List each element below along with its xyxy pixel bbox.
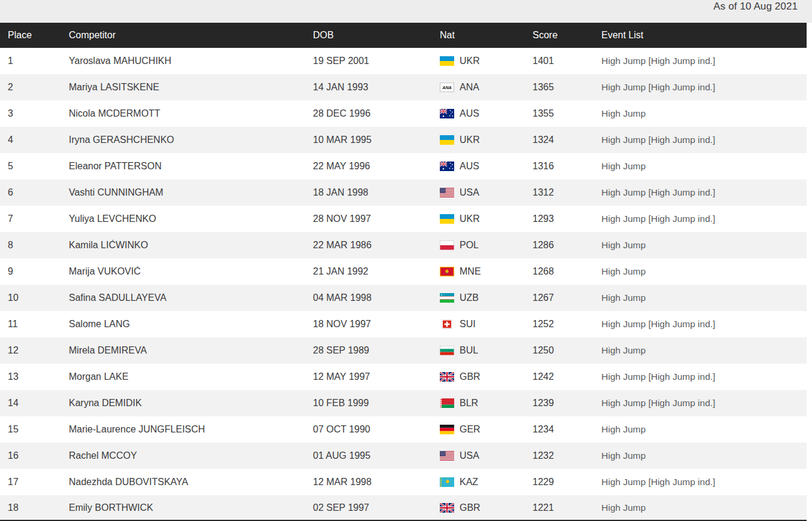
dob-cell: 21 JAN 1992 <box>313 266 440 277</box>
competitor-name-link[interactable]: Mirela DEMIREVA <box>69 345 313 356</box>
place-cell: 18 <box>0 502 69 513</box>
competitor-name-link[interactable]: Yuliya LEVCHENKO <box>69 214 313 224</box>
competitor-name-link[interactable]: Nicola MCDERMOTT <box>69 108 313 119</box>
nat-code-label: BLR <box>460 398 478 409</box>
place-cell: 2 <box>0 82 69 93</box>
header-score: Score <box>533 30 601 41</box>
place-cell: 5 <box>0 161 69 172</box>
dob-cell: 28 NOV 1997 <box>313 214 440 224</box>
competitor-name-link[interactable]: Mariya LASITSKENE <box>69 82 313 93</box>
dob-cell: 10 MAR 1995 <box>313 135 440 145</box>
flag-gbr-icon <box>440 503 454 513</box>
place-cell: 4 <box>0 135 69 145</box>
event-list-cell: High Jump <box>601 240 807 251</box>
competitor-name-link[interactable]: Morgan LAKE <box>69 371 313 382</box>
table-row[interactable]: 5 Eleanor PATTERSON 22 MAY 1996 AUS 1316… <box>0 153 807 179</box>
place-cell: 10 <box>0 293 69 303</box>
nat-code-label: UKR <box>460 135 480 145</box>
place-cell: 3 <box>0 108 69 119</box>
competitor-name-link[interactable]: Eleanor PATTERSON <box>69 161 313 172</box>
competitor-name-link[interactable]: Vashti CUNNINGHAM <box>69 187 313 198</box>
flag-uzb-icon <box>440 293 454 303</box>
nat-cell: USA <box>440 450 533 461</box>
header-competitor: Competitor <box>69 30 313 41</box>
place-cell: 11 <box>0 319 69 330</box>
nat-cell: USA <box>440 187 533 198</box>
svg-text:ANA: ANA <box>442 85 452 90</box>
table-row[interactable]: 10 Safina SADULLAYEVA 04 MAR 1998 UZB 12… <box>0 285 807 311</box>
score-cell: 1250 <box>533 345 601 356</box>
dob-cell: 01 AUG 1995 <box>313 450 440 461</box>
event-list-cell: High Jump <box>601 450 807 461</box>
competitor-name-link[interactable]: Karyna DEMIDIK <box>69 398 313 409</box>
table-row[interactable]: 2 Mariya LASITSKENE 14 JAN 1993 ANA ANA … <box>0 74 807 100</box>
table-row[interactable]: 14 Karyna DEMIDIK 10 FEB 1999 BLR 1239 H… <box>0 390 807 416</box>
flag-aus-icon <box>440 109 454 118</box>
flag-ukr-icon <box>440 135 454 145</box>
nat-cell: GBR <box>440 502 533 513</box>
dob-cell: 12 MAR 1998 <box>313 477 440 488</box>
table-row[interactable]: 17 Nadezhda DUBOVITSKAYA 12 MAR 1998 KAZ… <box>0 469 807 495</box>
table-row[interactable]: 6 Vashti CUNNINGHAM 18 JAN 1998 USA 1312… <box>0 179 807 206</box>
dob-cell: 02 SEP 1997 <box>313 502 440 513</box>
flag-blr-icon <box>440 398 454 408</box>
score-cell: 1229 <box>533 477 601 488</box>
score-cell: 1267 <box>533 293 601 303</box>
event-list-cell: High Jump <box>601 266 807 277</box>
place-cell: 17 <box>0 477 69 488</box>
place-cell: 13 <box>0 371 69 382</box>
table-body: 1 Yaroslava MAHUCHIKH 19 SEP 2001 UKR 14… <box>0 48 807 521</box>
nat-code-label: UZB <box>460 293 479 303</box>
table-row[interactable]: 16 Rachel MCCOY 01 AUG 1995 USA 1232 Hig… <box>0 443 807 469</box>
nat-cell: BLR <box>440 398 533 409</box>
dob-cell: 18 JAN 1998 <box>313 187 440 198</box>
table-row[interactable]: 1 Yaroslava MAHUCHIKH 19 SEP 2001 UKR 14… <box>0 48 807 74</box>
place-cell: 9 <box>0 266 69 277</box>
score-cell: 1401 <box>533 56 601 66</box>
competitor-name-link[interactable]: Salome LANG <box>69 319 313 330</box>
table-row[interactable]: 18 Emily BORTHWICK 02 SEP 1997 GBR 1221 … <box>0 495 807 521</box>
score-cell: 1252 <box>533 319 601 330</box>
competitor-name-link[interactable]: Iryna GERASHCHENKO <box>69 135 313 145</box>
table-row[interactable]: 4 Iryna GERASHCHENKO 10 MAR 1995 UKR 132… <box>0 127 807 153</box>
competitor-name-link[interactable]: Yaroslava MAHUCHIKH <box>69 56 313 66</box>
event-list-cell: High Jump [High Jump ind.] <box>601 477 807 488</box>
table-row[interactable]: 3 Nicola MCDERMOTT 28 DEC 1996 AUS 1355 … <box>0 100 807 127</box>
competitor-name-link[interactable]: Marija VUKOVIĆ <box>69 266 313 277</box>
nat-code-label: AUS <box>460 161 479 172</box>
event-list-cell: High Jump <box>601 293 807 303</box>
competitor-name-link[interactable]: Emily BORTHWICK <box>69 502 313 513</box>
nat-code-label: GER <box>460 424 480 435</box>
nat-code-label: AUS <box>460 108 479 119</box>
place-cell: 16 <box>0 450 69 461</box>
nat-code-label: MNE <box>460 266 481 277</box>
competitor-name-link[interactable]: Marie-Laurence JUNGFLEISCH <box>69 424 313 435</box>
topbar: As of 10 Aug 2021 <box>0 0 812 23</box>
as-of-date-label: As of 10 Aug 2021 <box>713 1 798 13</box>
flag-usa-icon <box>440 188 454 197</box>
table-row[interactable]: 8 Kamila LIĆWINKO 22 MAR 1986 POL 1286 H… <box>0 232 807 258</box>
table-row[interactable]: 9 Marija VUKOVIĆ 21 JAN 1992 MNE 1268 Hi… <box>0 258 807 285</box>
score-cell: 1234 <box>533 424 601 435</box>
dob-cell: 19 SEP 2001 <box>313 56 440 66</box>
score-cell: 1312 <box>533 187 601 198</box>
competitor-name-link[interactable]: Nadezhda DUBOVITSKAYA <box>69 477 313 488</box>
score-cell: 1355 <box>533 108 601 119</box>
nat-code-label: GBR <box>460 371 480 382</box>
table-row[interactable]: 11 Salome LANG 18 NOV 1997 SUI 1252 High… <box>0 311 807 337</box>
nat-cell: SUI <box>440 319 533 330</box>
nat-code-label: UKR <box>460 56 480 66</box>
table-row[interactable]: 12 Mirela DEMIREVA 28 SEP 1989 BUL 1250 … <box>0 337 807 364</box>
score-cell: 1242 <box>533 371 601 382</box>
competitor-name-link[interactable]: Safina SADULLAYEVA <box>69 293 313 303</box>
competitor-name-link[interactable]: Rachel MCCOY <box>69 450 313 461</box>
table-header-row: Place Competitor DOB Nat Score Event Lis… <box>0 23 807 48</box>
table-row[interactable]: 7 Yuliya LEVCHENKO 28 NOV 1997 UKR 1293 … <box>0 206 807 232</box>
nat-cell: UZB <box>440 293 533 303</box>
table-row[interactable]: 15 Marie-Laurence JUNGFLEISCH 07 OCT 199… <box>0 416 807 443</box>
table-row[interactable]: 13 Morgan LAKE 12 MAY 1997 GBR 1242 High… <box>0 364 807 390</box>
header-event-list: Event List <box>601 30 807 41</box>
nat-code-label: GBR <box>460 502 480 513</box>
competitor-name-link[interactable]: Kamila LIĆWINKO <box>69 240 313 251</box>
place-cell: 8 <box>0 240 69 251</box>
